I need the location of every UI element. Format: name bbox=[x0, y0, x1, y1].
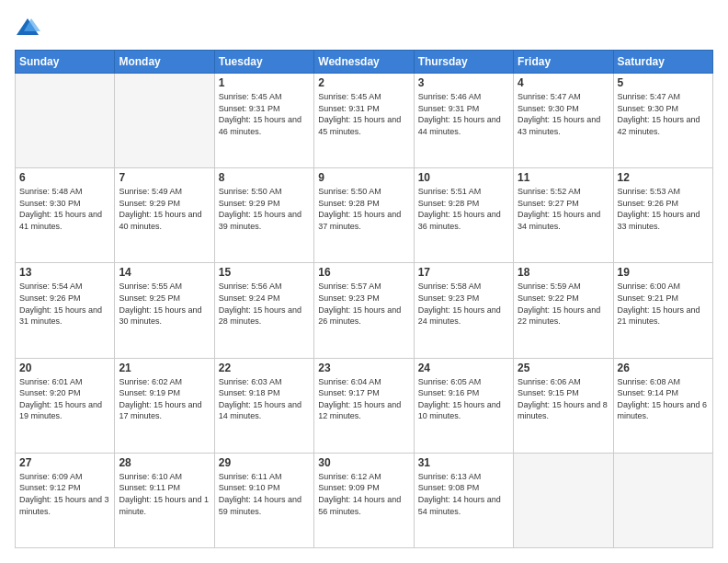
day-info: Sunrise: 5:46 AMSunset: 9:31 PMDaylight:… bbox=[418, 91, 509, 137]
day-info: Sunrise: 6:12 AMSunset: 9:09 PMDaylight:… bbox=[318, 471, 409, 517]
day-info: Sunrise: 5:48 AMSunset: 9:30 PMDaylight:… bbox=[19, 186, 110, 232]
day-info: Sunrise: 5:50 AMSunset: 9:28 PMDaylight:… bbox=[318, 186, 409, 232]
day-info: Sunrise: 5:50 AMSunset: 9:29 PMDaylight:… bbox=[219, 186, 310, 232]
day-number: 9 bbox=[318, 171, 409, 184]
day-info: Sunrise: 6:01 AMSunset: 9:20 PMDaylight:… bbox=[19, 376, 110, 422]
day-info: Sunrise: 5:45 AMSunset: 9:31 PMDaylight:… bbox=[318, 91, 409, 137]
day-info: Sunrise: 5:47 AMSunset: 9:30 PMDaylight:… bbox=[518, 91, 609, 137]
calendar-cell: 24Sunrise: 6:05 AMSunset: 9:16 PMDayligh… bbox=[414, 358, 513, 453]
calendar-header-tuesday: Tuesday bbox=[214, 51, 313, 74]
calendar-cell: 3Sunrise: 5:46 AMSunset: 9:31 PMDaylight… bbox=[414, 74, 513, 168]
page: SundayMondayTuesdayWednesdayThursdayFrid… bbox=[0, 0, 728, 563]
calendar-cell: 7Sunrise: 5:49 AMSunset: 9:29 PMDaylight… bbox=[115, 168, 214, 263]
day-number: 15 bbox=[219, 266, 310, 279]
calendar-cell: 11Sunrise: 5:52 AMSunset: 9:27 PMDayligh… bbox=[514, 168, 613, 263]
calendar-cell: 26Sunrise: 6:08 AMSunset: 9:14 PMDayligh… bbox=[613, 358, 712, 453]
day-info: Sunrise: 5:58 AMSunset: 9:23 PMDaylight:… bbox=[418, 281, 509, 327]
logo-icon bbox=[15, 15, 40, 40]
calendar-cell bbox=[514, 453, 613, 547]
day-info: Sunrise: 6:02 AMSunset: 9:19 PMDaylight:… bbox=[119, 376, 210, 422]
day-info: Sunrise: 5:53 AMSunset: 9:26 PMDaylight:… bbox=[618, 186, 709, 232]
day-info: Sunrise: 6:08 AMSunset: 9:14 PMDaylight:… bbox=[618, 376, 709, 422]
day-number: 4 bbox=[518, 76, 609, 89]
calendar-table: SundayMondayTuesdayWednesdayThursdayFrid… bbox=[15, 50, 713, 548]
calendar-week-5: 27Sunrise: 6:09 AMSunset: 9:12 PMDayligh… bbox=[16, 453, 713, 547]
calendar-cell: 12Sunrise: 5:53 AMSunset: 9:26 PMDayligh… bbox=[613, 168, 712, 263]
calendar-cell: 25Sunrise: 6:06 AMSunset: 9:15 PMDayligh… bbox=[514, 358, 613, 453]
calendar-cell: 14Sunrise: 5:55 AMSunset: 9:25 PMDayligh… bbox=[115, 263, 214, 358]
day-number: 18 bbox=[518, 266, 609, 279]
day-info: Sunrise: 6:13 AMSunset: 9:08 PMDaylight:… bbox=[418, 471, 509, 517]
day-number: 23 bbox=[318, 362, 409, 374]
day-info: Sunrise: 6:04 AMSunset: 9:17 PMDaylight:… bbox=[318, 376, 409, 422]
calendar-cell: 6Sunrise: 5:48 AMSunset: 9:30 PMDaylight… bbox=[16, 168, 115, 263]
day-number: 5 bbox=[618, 76, 709, 89]
calendar-header-thursday: Thursday bbox=[414, 51, 513, 74]
day-number: 26 bbox=[618, 362, 709, 374]
day-info: Sunrise: 6:06 AMSunset: 9:15 PMDaylight:… bbox=[518, 376, 609, 422]
day-number: 6 bbox=[19, 171, 110, 184]
calendar-cell: 18Sunrise: 5:59 AMSunset: 9:22 PMDayligh… bbox=[514, 263, 613, 358]
calendar-cell: 31Sunrise: 6:13 AMSunset: 9:08 PMDayligh… bbox=[414, 453, 513, 547]
calendar-header-wednesday: Wednesday bbox=[314, 51, 414, 74]
day-number: 25 bbox=[518, 362, 609, 374]
calendar-cell: 1Sunrise: 5:45 AMSunset: 9:31 PMDaylight… bbox=[214, 74, 313, 168]
day-info: Sunrise: 6:09 AMSunset: 9:12 PMDaylight:… bbox=[19, 471, 110, 517]
calendar-cell: 29Sunrise: 6:11 AMSunset: 9:10 PMDayligh… bbox=[214, 453, 313, 547]
calendar-header-saturday: Saturday bbox=[613, 51, 712, 74]
day-number: 12 bbox=[618, 171, 709, 184]
calendar-week-3: 13Sunrise: 5:54 AMSunset: 9:26 PMDayligh… bbox=[16, 263, 713, 358]
day-number: 3 bbox=[418, 76, 509, 89]
day-info: Sunrise: 5:52 AMSunset: 9:27 PMDaylight:… bbox=[518, 186, 609, 232]
day-info: Sunrise: 5:49 AMSunset: 9:29 PMDaylight:… bbox=[119, 186, 210, 232]
calendar-cell: 27Sunrise: 6:09 AMSunset: 9:12 PMDayligh… bbox=[16, 453, 115, 547]
day-number: 31 bbox=[418, 456, 509, 469]
calendar-week-4: 20Sunrise: 6:01 AMSunset: 9:20 PMDayligh… bbox=[16, 358, 713, 453]
calendar-header-sunday: Sunday bbox=[16, 51, 115, 74]
calendar-cell: 2Sunrise: 5:45 AMSunset: 9:31 PMDaylight… bbox=[314, 74, 414, 168]
day-info: Sunrise: 6:11 AMSunset: 9:10 PMDaylight:… bbox=[219, 471, 310, 517]
day-number: 13 bbox=[19, 266, 110, 279]
day-number: 14 bbox=[119, 266, 210, 279]
day-info: Sunrise: 6:05 AMSunset: 9:16 PMDaylight:… bbox=[418, 376, 509, 422]
calendar-cell: 15Sunrise: 5:56 AMSunset: 9:24 PMDayligh… bbox=[214, 263, 313, 358]
calendar-cell: 23Sunrise: 6:04 AMSunset: 9:17 PMDayligh… bbox=[314, 358, 414, 453]
calendar-cell: 9Sunrise: 5:50 AMSunset: 9:28 PMDaylight… bbox=[314, 168, 414, 263]
day-number: 22 bbox=[219, 362, 310, 374]
calendar-header-monday: Monday bbox=[115, 51, 214, 74]
calendar-cell: 10Sunrise: 5:51 AMSunset: 9:28 PMDayligh… bbox=[414, 168, 513, 263]
day-number: 2 bbox=[318, 76, 409, 89]
calendar-header-row: SundayMondayTuesdayWednesdayThursdayFrid… bbox=[16, 51, 713, 74]
calendar-cell bbox=[613, 453, 712, 547]
day-info: Sunrise: 6:03 AMSunset: 9:18 PMDaylight:… bbox=[219, 376, 310, 422]
day-info: Sunrise: 5:56 AMSunset: 9:24 PMDaylight:… bbox=[219, 281, 310, 327]
calendar-cell: 19Sunrise: 6:00 AMSunset: 9:21 PMDayligh… bbox=[613, 263, 712, 358]
day-info: Sunrise: 6:00 AMSunset: 9:21 PMDaylight:… bbox=[618, 281, 709, 327]
calendar-header-friday: Friday bbox=[514, 51, 613, 74]
day-info: Sunrise: 5:57 AMSunset: 9:23 PMDaylight:… bbox=[318, 281, 409, 327]
day-info: Sunrise: 5:45 AMSunset: 9:31 PMDaylight:… bbox=[219, 91, 310, 137]
day-number: 30 bbox=[318, 456, 409, 469]
calendar-cell: 28Sunrise: 6:10 AMSunset: 9:11 PMDayligh… bbox=[115, 453, 214, 547]
day-number: 11 bbox=[518, 171, 609, 184]
calendar-cell: 21Sunrise: 6:02 AMSunset: 9:19 PMDayligh… bbox=[115, 358, 214, 453]
calendar-cell: 8Sunrise: 5:50 AMSunset: 9:29 PMDaylight… bbox=[214, 168, 313, 263]
day-info: Sunrise: 5:51 AMSunset: 9:28 PMDaylight:… bbox=[418, 186, 509, 232]
day-number: 29 bbox=[219, 456, 310, 469]
calendar-cell: 17Sunrise: 5:58 AMSunset: 9:23 PMDayligh… bbox=[414, 263, 513, 358]
day-info: Sunrise: 5:54 AMSunset: 9:26 PMDaylight:… bbox=[19, 281, 110, 327]
day-number: 24 bbox=[418, 362, 509, 374]
day-number: 7 bbox=[119, 171, 210, 184]
day-number: 27 bbox=[19, 456, 110, 469]
day-number: 10 bbox=[418, 171, 509, 184]
logo bbox=[15, 15, 44, 40]
day-number: 28 bbox=[119, 456, 210, 469]
calendar-week-2: 6Sunrise: 5:48 AMSunset: 9:30 PMDaylight… bbox=[16, 168, 713, 263]
calendar-cell bbox=[16, 74, 115, 168]
calendar-cell: 4Sunrise: 5:47 AMSunset: 9:30 PMDaylight… bbox=[514, 74, 613, 168]
day-number: 19 bbox=[618, 266, 709, 279]
calendar-cell: 5Sunrise: 5:47 AMSunset: 9:30 PMDaylight… bbox=[613, 74, 712, 168]
day-number: 8 bbox=[219, 171, 310, 184]
day-number: 21 bbox=[119, 362, 210, 374]
calendar-cell: 20Sunrise: 6:01 AMSunset: 9:20 PMDayligh… bbox=[16, 358, 115, 453]
